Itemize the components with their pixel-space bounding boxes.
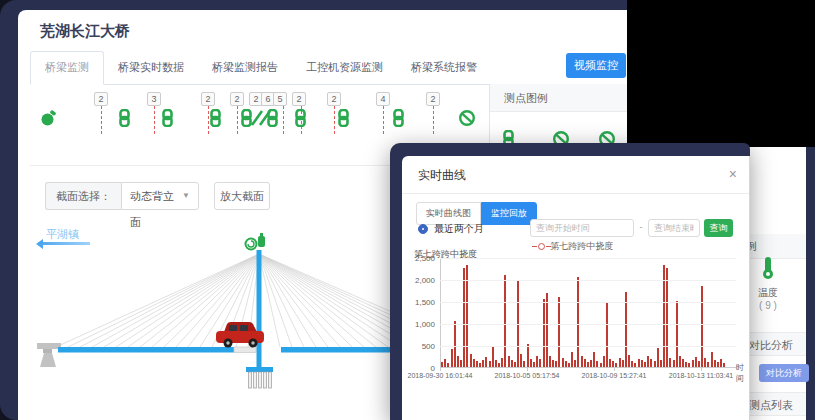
chart-bar bbox=[609, 359, 611, 367]
chart-bar bbox=[711, 352, 713, 367]
prohibit-icon[interactable] bbox=[458, 109, 476, 131]
chart-bar bbox=[514, 362, 516, 367]
chart-bar bbox=[511, 360, 513, 367]
chart-bar bbox=[701, 286, 703, 367]
chart-bar bbox=[457, 356, 459, 367]
chart-bar bbox=[606, 303, 608, 367]
sensor-count-badge: 4 bbox=[376, 92, 390, 106]
chart-bar bbox=[451, 349, 453, 367]
chart-bar bbox=[638, 359, 640, 367]
chart-bar bbox=[489, 361, 491, 367]
temperature-label: 温度 bbox=[748, 286, 788, 300]
chart-bar bbox=[654, 361, 656, 367]
chart-bar bbox=[460, 360, 462, 367]
chain-icon[interactable] bbox=[209, 109, 222, 131]
chart-bar bbox=[454, 321, 456, 367]
chart-bar bbox=[568, 363, 570, 367]
chart-bar bbox=[603, 356, 605, 367]
dashed-drop-line bbox=[237, 106, 238, 134]
x-tick-label: 2018-10-09 15:27:41 bbox=[582, 372, 647, 379]
sensor-count-badge: 2 bbox=[201, 92, 215, 106]
chart-bar bbox=[682, 359, 684, 367]
range-separator: - bbox=[636, 222, 646, 232]
chart-bar bbox=[634, 363, 636, 367]
chart-bar bbox=[657, 348, 659, 367]
chart-bar bbox=[536, 356, 538, 367]
chart-bar bbox=[676, 301, 678, 367]
chart-bar bbox=[577, 277, 579, 367]
gridline bbox=[440, 324, 736, 325]
chart-bar bbox=[479, 363, 481, 367]
chart-bar bbox=[539, 359, 541, 367]
desktop: 芜湖长江大桥 桥梁监测桥梁实时数据桥梁监测报告工控机资源监测桥梁系统报警 视频监… bbox=[0, 0, 815, 420]
chain-icon[interactable] bbox=[337, 109, 350, 131]
end-time-input[interactable] bbox=[648, 219, 700, 237]
chart-bar bbox=[530, 359, 532, 367]
pylon-sensor-icon bbox=[246, 233, 266, 250]
chart-bar bbox=[546, 293, 548, 367]
timer-icon bbox=[40, 109, 57, 131]
chart-bar bbox=[498, 363, 500, 367]
chart-bar bbox=[441, 362, 443, 367]
chart-bar bbox=[631, 361, 633, 367]
chart-bar bbox=[641, 360, 643, 367]
y-tick-label: 2,500 bbox=[402, 254, 435, 263]
chart-bar bbox=[482, 360, 484, 367]
chart-bar bbox=[495, 360, 497, 367]
chain-icon[interactable] bbox=[118, 109, 131, 131]
chart-bar bbox=[520, 354, 522, 367]
chart-bar bbox=[679, 356, 681, 367]
section-select-dropdown[interactable]: 动态背立面 ▼ bbox=[121, 182, 199, 210]
recent-range-radio-row: 最近两个月 bbox=[418, 222, 484, 236]
chart-bar bbox=[673, 360, 675, 367]
section-select-value: 动态背立面 bbox=[130, 183, 182, 209]
sensor-count-badge: 2 bbox=[426, 92, 440, 106]
x-tick-mark bbox=[701, 368, 702, 371]
gridline bbox=[440, 280, 736, 281]
sensor-count-badge: 2 bbox=[327, 92, 341, 106]
radio-recent-two-months[interactable] bbox=[418, 224, 428, 234]
start-time-input[interactable] bbox=[530, 219, 634, 237]
chart-bar bbox=[485, 357, 487, 367]
chart-bar bbox=[723, 363, 725, 367]
chart-bar bbox=[688, 363, 690, 367]
compare-analysis-button[interactable]: 对比分析 bbox=[759, 364, 809, 382]
chart-bar bbox=[558, 297, 560, 367]
chain-icon[interactable] bbox=[294, 109, 307, 131]
chart-bar bbox=[527, 344, 529, 367]
query-button[interactable]: 查询 bbox=[704, 219, 733, 237]
close-icon[interactable]: × bbox=[729, 166, 737, 182]
chart-bar bbox=[587, 362, 589, 367]
bridge-pylon bbox=[257, 250, 262, 367]
chart-bar bbox=[685, 362, 687, 367]
realtime-curve-modal: 实时曲线 × 实时曲线图 监控回放 最近两个月 - 查询 第七跨跨中挠度 第七跨… bbox=[390, 143, 750, 420]
modal-content: 实时曲线 × 实时曲线图 监控回放 最近两个月 - 查询 第七跨跨中挠度 第七跨… bbox=[402, 156, 750, 420]
chart-bar bbox=[612, 361, 614, 367]
chain-icon[interactable] bbox=[161, 109, 174, 131]
chain-icon[interactable] bbox=[392, 109, 405, 131]
x-tick-mark bbox=[527, 368, 528, 371]
chart-bar bbox=[650, 359, 652, 367]
y-tick-label: 2,000 bbox=[402, 276, 435, 285]
chart-bar bbox=[714, 360, 716, 367]
gridline bbox=[440, 258, 736, 259]
chart-bar bbox=[562, 358, 564, 367]
center-pier bbox=[246, 367, 273, 388]
dashed-drop-line bbox=[433, 106, 434, 134]
chart-bar bbox=[504, 275, 506, 367]
chart-bar bbox=[543, 299, 545, 367]
sensor-count-badge: 2 bbox=[94, 92, 108, 106]
video-monitor-button[interactable]: 视频监控 bbox=[566, 53, 626, 78]
enlarge-section-button[interactable]: 放大截面 bbox=[214, 182, 270, 210]
modal-title: 实时曲线 bbox=[418, 156, 466, 194]
chain-icon[interactable] bbox=[266, 109, 279, 131]
chart-bar bbox=[596, 361, 598, 367]
modal-titlebar: 实时曲线 × bbox=[402, 156, 749, 194]
chart-bar bbox=[600, 363, 602, 367]
left-pier bbox=[37, 343, 61, 367]
tab-monitor-playback[interactable]: 监控回放 bbox=[481, 202, 537, 225]
chart-bar bbox=[644, 362, 646, 367]
chart-bar bbox=[695, 357, 697, 367]
x-axis-name: 时间 bbox=[736, 362, 749, 384]
sensor-row: 23222652242 bbox=[18, 10, 490, 160]
